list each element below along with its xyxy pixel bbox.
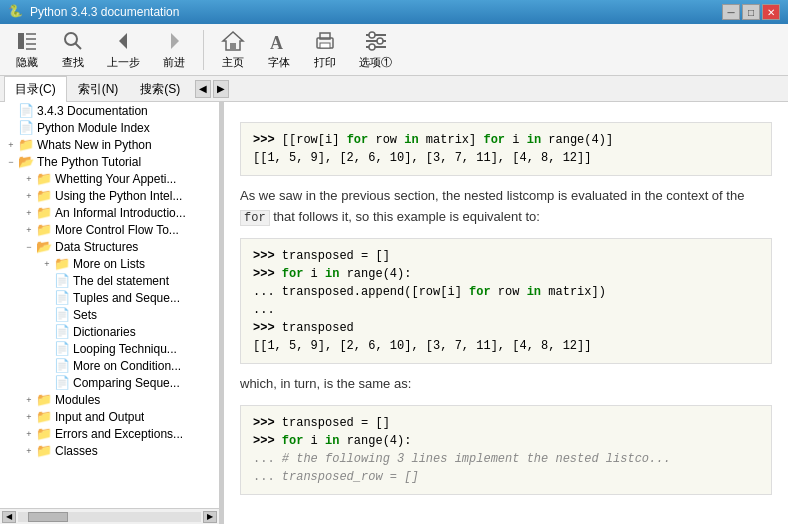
back-label: 上一步	[107, 55, 140, 70]
tree-item-whetting[interactable]: + 📁 Whetting Your Appeti...	[0, 170, 219, 187]
toggle-control-flow: +	[22, 223, 36, 237]
whats-new-icon: 📁	[18, 137, 34, 152]
close-button[interactable]: ✕	[762, 4, 780, 20]
tree-item-module-index[interactable]: 📄 Python Module Index	[0, 119, 219, 136]
window-title: Python 3.4.3 documentation	[30, 5, 716, 19]
prompt-1a: >>>	[253, 133, 282, 147]
code-line-3a: >>> transposed = []	[253, 414, 759, 432]
toggle-more-condition	[40, 359, 54, 373]
toggle-dictionaries	[40, 325, 54, 339]
home-button[interactable]: 主页	[212, 25, 254, 74]
svg-point-19	[377, 38, 383, 44]
hide-label: 隐藏	[16, 55, 38, 70]
errors-label: Errors and Exceptions...	[55, 427, 183, 441]
errors-icon: 📁	[36, 426, 52, 441]
toggle-module-index	[4, 121, 18, 135]
toolbar-sep1	[203, 30, 204, 70]
hscroll-right[interactable]: ▶	[203, 511, 217, 523]
svg-rect-4	[26, 48, 36, 50]
tree-item-data-structures[interactable]: − 📂 Data Structures	[0, 238, 219, 255]
minimize-button[interactable]: ─	[722, 4, 740, 20]
svg-point-5	[65, 33, 77, 45]
find-button[interactable]: 查找	[52, 25, 94, 74]
find-label: 查找	[62, 55, 84, 70]
toggle-using-python: +	[22, 189, 36, 203]
using-python-label: Using the Python Intel...	[55, 189, 182, 203]
hscroll-track	[18, 512, 201, 522]
font-icon: A	[267, 29, 291, 53]
informal-intro-icon: 📁	[36, 205, 52, 220]
module-index-label: Python Module Index	[37, 121, 150, 135]
tree-item-python-tutorial[interactable]: − 📂 The Python Tutorial	[0, 153, 219, 170]
code-line-2f: [[1, 5, 9], [2, 6, 10], [3, 7, 11], [4, …	[253, 337, 759, 355]
hide-button[interactable]: 隐藏	[6, 25, 48, 74]
maximize-button[interactable]: □	[742, 4, 760, 20]
para-1-text: As we saw in the previous section, the n…	[240, 188, 744, 203]
tree-item-whats-new[interactable]: + 📁 Whats New in Python	[0, 136, 219, 153]
toggle-looping	[40, 342, 54, 356]
toggle-whetting: +	[22, 172, 36, 186]
tree-item-looping[interactable]: 📄 Looping Techniqu...	[0, 340, 219, 357]
titlebar: 🐍 Python 3.4.3 documentation ─ □ ✕	[0, 0, 788, 24]
svg-rect-1	[26, 33, 36, 35]
svg-line-6	[76, 44, 82, 50]
search-tab[interactable]: 搜索(S)	[129, 76, 191, 102]
tree-item-control-flow[interactable]: + 📁 More Control Flow To...	[0, 221, 219, 238]
toggle-modules: +	[22, 393, 36, 407]
tree-item-informal-intro[interactable]: + 📁 An Informal Introductio...	[0, 204, 219, 221]
code-line-3b: >>> for i in range(4):	[253, 432, 759, 450]
modules-label: Modules	[55, 393, 100, 407]
sidebar-hscrollbar[interactable]: ◀ ▶	[0, 508, 219, 524]
hscroll-left[interactable]: ◀	[2, 511, 16, 523]
dictionaries-icon: 📄	[54, 324, 70, 339]
control-flow-label: More Control Flow To...	[55, 223, 179, 237]
find-icon	[61, 29, 85, 53]
tree-item-doc-root[interactable]: 📄 3.4.3 Documentation	[0, 102, 219, 119]
tree-item-more-condition[interactable]: 📄 More on Condition...	[0, 357, 219, 374]
tab-prev-button[interactable]: ◀	[195, 80, 211, 98]
tree-item-del-statement[interactable]: 📄 The del statement	[0, 272, 219, 289]
content-area[interactable]: >>> [[row[i] for row in matrix] for i in…	[224, 102, 788, 524]
doc-root-label: 3.4.3 Documentation	[37, 104, 148, 118]
classes-label: Classes	[55, 444, 98, 458]
tab-next-button[interactable]: ▶	[213, 80, 229, 98]
svg-point-20	[369, 44, 375, 50]
toggle-input-output: +	[22, 410, 36, 424]
forward-icon	[162, 29, 186, 53]
toggle-classes: +	[22, 444, 36, 458]
tree-item-classes[interactable]: + 📁 Classes	[0, 442, 219, 459]
hscroll-thumb[interactable]	[28, 512, 68, 522]
input-output-icon: 📁	[36, 409, 52, 424]
font-label: 字体	[268, 55, 290, 70]
index-tab[interactable]: 索引(N)	[67, 76, 130, 102]
code-line-1b: [[1, 5, 9], [2, 6, 10], [3, 7, 11], [4, …	[253, 149, 759, 167]
tree-item-tuples[interactable]: 📄 Tuples and Seque...	[0, 289, 219, 306]
looping-icon: 📄	[54, 341, 70, 356]
comparing-icon: 📄	[54, 375, 70, 390]
paragraph-1: As we saw in the previous section, the n…	[240, 186, 772, 228]
options-button[interactable]: 选项①	[350, 25, 401, 74]
svg-marker-7	[119, 33, 127, 49]
more-condition-label: More on Condition...	[73, 359, 181, 373]
svg-point-18	[369, 32, 375, 38]
tree-item-errors[interactable]: + 📁 Errors and Exceptions...	[0, 425, 219, 442]
sidebar-scroll[interactable]: 📄 3.4.3 Documentation 📄 Python Module In…	[0, 102, 219, 508]
code-block-1: >>> [[row[i] for row in matrix] for i in…	[240, 122, 772, 176]
tree-item-using-python[interactable]: + 📁 Using the Python Intel...	[0, 187, 219, 204]
tree-item-dictionaries[interactable]: 📄 Dictionaries	[0, 323, 219, 340]
tree-item-sets[interactable]: 📄 Sets	[0, 306, 219, 323]
sets-icon: 📄	[54, 307, 70, 322]
tree-item-comparing[interactable]: 📄 Comparing Seque...	[0, 374, 219, 391]
tree-item-modules[interactable]: + 📁 Modules	[0, 391, 219, 408]
del-statement-icon: 📄	[54, 273, 70, 288]
toc-tab[interactable]: 目录(C)	[4, 76, 67, 102]
forward-button[interactable]: 前进	[153, 25, 195, 74]
font-button[interactable]: A 字体	[258, 25, 300, 74]
toggle-more-on-lists: +	[40, 257, 54, 271]
module-index-icon: 📄	[18, 120, 34, 135]
tree-item-input-output[interactable]: + 📁 Input and Output	[0, 408, 219, 425]
tree-item-more-on-lists[interactable]: + 📁 More on Lists	[0, 255, 219, 272]
toggle-errors: +	[22, 427, 36, 441]
back-button[interactable]: 上一步	[98, 25, 149, 74]
print-button[interactable]: 打印	[304, 25, 346, 74]
